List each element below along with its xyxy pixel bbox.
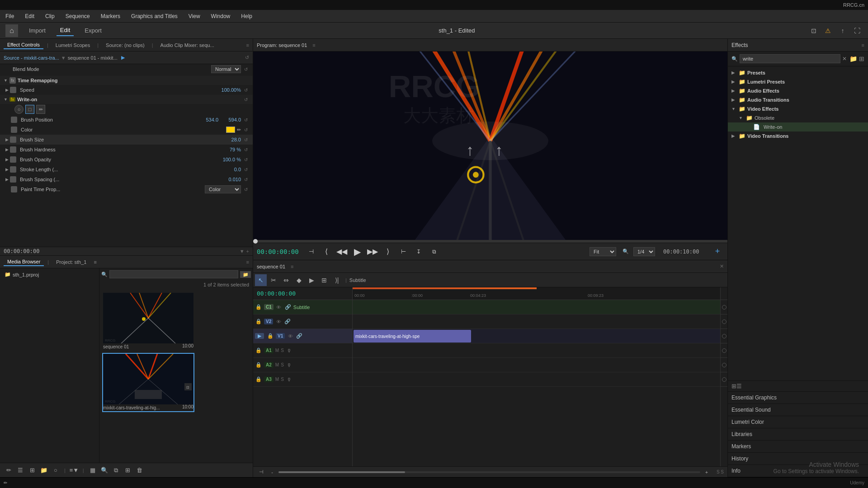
lock-icon-v1[interactable]: 🔒 [267, 333, 274, 340]
home-button[interactable]: ⌂ [5, 24, 18, 37]
lock-icon-a3[interactable]: 🔒 [255, 376, 262, 383]
tab-source[interactable]: Source: (no clips) [102, 42, 148, 49]
add-track-btn[interactable]: + [711, 245, 724, 258]
lock-icon-a2[interactable]: 🔒 [255, 361, 262, 369]
brush-pos-stopwatch[interactable] [11, 117, 17, 123]
effects-panel-menu[interactable]: ≡ [862, 42, 864, 48]
color-picker-icon[interactable]: ✏ [237, 127, 241, 133]
eye-icon-subtitle[interactable]: 👁 [275, 304, 283, 311]
grid-view-btn[interactable]: ⊞ [27, 465, 37, 475]
search-btn[interactable]: 🔍 [99, 465, 109, 475]
share-icon[interactable]: ↑ [837, 25, 848, 36]
workspace-tab-export[interactable]: Export [81, 25, 105, 36]
delete-btn[interactable]: 🗑 [135, 465, 145, 475]
workspace-tab-edit[interactable]: Edit [57, 25, 74, 36]
project-settings-icon[interactable]: ≡ [94, 259, 96, 265]
step-back-btn[interactable]: ⟨ [320, 245, 333, 258]
et-video-transitions[interactable]: ▶ 📁 Video Transitions [728, 131, 868, 141]
slip-tool-btn[interactable]: ⇔ [280, 274, 292, 286]
workspace-tab-import[interactable]: Import [25, 25, 49, 36]
bar-chart-btn[interactable]: ▦ [88, 465, 98, 475]
circle-btn[interactable]: ○ [51, 465, 61, 475]
stroke-length-stopwatch[interactable] [10, 166, 16, 173]
navigate-icon[interactable]: ▶ [121, 55, 125, 61]
lock-icon-v2[interactable]: 🔒 [255, 318, 262, 325]
speed-reset[interactable]: ↺ [243, 87, 249, 93]
link-icon-subtitle[interactable]: 🔗 [284, 304, 292, 311]
brush-hardness-value[interactable]: 79 % [218, 147, 241, 152]
marker-btn[interactable]: ◆ [293, 274, 305, 286]
menu-view[interactable]: View [187, 12, 202, 20]
pen-tool-icon[interactable]: ✏ [36, 105, 45, 114]
time-remapping-section[interactable]: ▼ fx Time Remapping [0, 76, 253, 85]
monitor-playhead-dot[interactable] [253, 239, 258, 244]
list-view-btn[interactable]: ☰ [15, 465, 25, 475]
multitrack-btn[interactable]: ⊞ [318, 274, 330, 286]
ripple-btn[interactable]: ⟩| [331, 274, 343, 286]
brush-position-y[interactable]: 594.0 [218, 117, 241, 122]
tag-btn[interactable]: ⊞ [123, 465, 133, 475]
folder-new-btn[interactable]: 📁 [39, 465, 49, 475]
brush-opacity-stopwatch[interactable] [10, 156, 16, 163]
timeline-menu-icon[interactable]: ≡ [291, 264, 293, 269]
effects-search-input[interactable] [740, 54, 840, 63]
blend-mode-select[interactable]: Normal [211, 65, 241, 73]
circle-brush-icon[interactable]: ○ [14, 105, 24, 114]
effects-list-view-btn[interactable]: ☰ [736, 383, 742, 389]
goto-in-point-btn[interactable]: ⊣ [305, 245, 317, 258]
tab-lumetri-scopes[interactable]: Lumetri Scopes [52, 42, 94, 49]
brush-position-x[interactable]: 534.0 [196, 117, 218, 122]
effects-search-clear[interactable]: ✕ [842, 56, 847, 62]
mic-icon-a3[interactable]: 🎙 [286, 376, 293, 383]
mic-icon-a2[interactable]: 🎙 [286, 361, 293, 369]
layers-btn[interactable]: ⧉ [111, 465, 121, 475]
pen-icon-btn[interactable]: ✏ [4, 465, 14, 475]
step-fwd-btn[interactable]: ⟩ [382, 245, 394, 258]
maximize-icon[interactable]: ⊡ [808, 25, 819, 36]
goto-out-point-btn[interactable]: ⊢ [397, 245, 410, 258]
add-effect-icon[interactable]: + [246, 249, 249, 254]
effects-grid-view-btn[interactable]: ⊞ [731, 383, 736, 389]
section-history[interactable]: History [728, 453, 868, 465]
zoom-icon[interactable]: 🔍 [623, 249, 629, 254]
brush-size-stopwatch[interactable] [10, 136, 16, 143]
write-on-section[interactable]: ▼ fx Write-on ↺ [0, 95, 253, 104]
paint-time-stopwatch[interactable] [11, 186, 17, 192]
selection-tool-btn[interactable]: ↖ [255, 274, 267, 286]
track-select-btn[interactable]: ▶ [306, 274, 317, 286]
filter-icon[interactable]: ▼ [240, 249, 245, 254]
stroke-length-value[interactable]: 0.0 [218, 167, 241, 172]
insert-btn[interactable]: ↧ [412, 245, 425, 258]
lock-icon-subtitle[interactable]: 🔒 [255, 304, 262, 311]
brush-hardness-stopwatch[interactable] [10, 146, 16, 153]
media-search-input[interactable] [109, 270, 238, 278]
paint-time-reset[interactable]: ↺ [243, 186, 249, 192]
thumbnail-video-clip[interactable]: RRCG ⊡ mixkit-cars-traveling-at-hig... 1… [103, 354, 193, 411]
close-timeline-icon[interactable]: ✕ [720, 263, 724, 269]
et-lumetri-presets[interactable]: ▶ 📁 Lumetri Presets [728, 77, 868, 86]
stroke-length-reset[interactable]: ↺ [243, 166, 249, 173]
menu-edit[interactable]: Edit [23, 12, 36, 20]
section-markers[interactable]: Markers [728, 441, 868, 453]
fullscreen-icon[interactable]: ⛶ [852, 25, 863, 36]
tab-audio-clip-mixer[interactable]: Audio Clip Mixer: sequ... [157, 42, 218, 49]
tab-effect-controls[interactable]: Effect Controls [4, 41, 43, 49]
brush-spacing-value[interactable]: 0.010 [218, 177, 241, 182]
link-icon-v1[interactable]: 🔗 [296, 333, 303, 340]
color-stopwatch[interactable] [11, 127, 17, 133]
et-obsolete[interactable]: ▼ 📁 Obsolete [728, 113, 868, 122]
warning-icon[interactable]: ⚠ [823, 25, 834, 36]
section-essential-sound[interactable]: Essential Sound [728, 404, 868, 416]
mb-close-icon[interactable]: ≡ [246, 259, 249, 265]
shuttle-back-btn[interactable]: ◀◀ [335, 245, 348, 258]
brush-size-value[interactable]: 28.0 [218, 137, 241, 142]
brush-pos-reset[interactable]: ↺ [243, 117, 249, 123]
tl-zoom-out-btn[interactable]: - [268, 468, 277, 477]
brush-opacity-reset[interactable]: ↺ [243, 156, 249, 163]
brush-opacity-value[interactable]: 100.0 % [218, 157, 241, 162]
menu-clip[interactable]: Clip [43, 12, 57, 20]
eye-icon-v2[interactable]: 👁 [275, 318, 282, 325]
section-info[interactable]: Info [728, 465, 868, 477]
brush-spacing-reset[interactable]: ↺ [243, 176, 249, 183]
play-btn[interactable]: ▶ [351, 245, 363, 258]
